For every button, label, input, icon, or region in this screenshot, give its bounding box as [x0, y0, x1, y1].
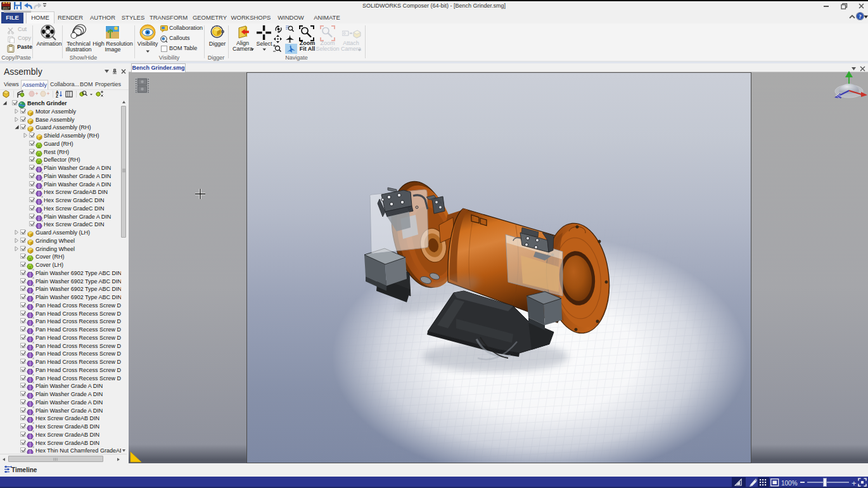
svg-text:2017: 2017	[3, 6, 10, 10]
svg-text:?: ?	[858, 13, 862, 20]
svg-text:Z: Z	[56, 94, 58, 98]
